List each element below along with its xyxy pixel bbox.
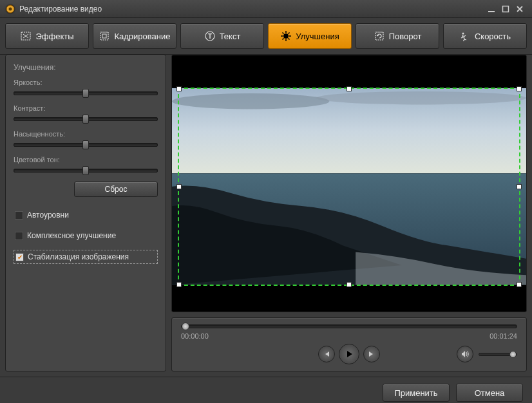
saturation-group: Насыщенность: bbox=[14, 130, 158, 147]
tab-label: Кадрирование bbox=[114, 32, 170, 41]
app-icon bbox=[5, 4, 15, 14]
slider-thumb[interactable] bbox=[82, 115, 89, 124]
cancel-button[interactable]: Отмена bbox=[456, 384, 523, 402]
rotate-icon bbox=[374, 30, 385, 42]
content-area: Улучшения: Яркость: Контраст: Насыщеннос… bbox=[0, 55, 532, 377]
volume-slider[interactable] bbox=[479, 353, 517, 356]
close-button[interactable] bbox=[513, 3, 527, 15]
tab-crop[interactable]: Кадрирование bbox=[93, 23, 176, 49]
video-preview[interactable] bbox=[171, 55, 527, 312]
tab-label: Поворот bbox=[389, 32, 422, 41]
contrast-label: Контраст: bbox=[14, 104, 158, 112]
tab-rotate[interactable]: Поворот bbox=[356, 23, 439, 49]
brightness-label: Яркость: bbox=[14, 79, 158, 86]
svg-point-9 bbox=[283, 33, 289, 39]
tab-text[interactable]: T Текст bbox=[180, 23, 264, 49]
stabilization-row[interactable]: ✔ Стабилизация изображения bbox=[14, 250, 158, 264]
crop-icon bbox=[99, 30, 110, 42]
auto-levels-checkbox[interactable] bbox=[15, 211, 23, 220]
tab-label: Текст bbox=[220, 32, 241, 41]
crop-handle-se[interactable] bbox=[517, 282, 522, 287]
stabilization-checkbox[interactable]: ✔ bbox=[15, 253, 24, 261]
crop-handle-w[interactable] bbox=[176, 184, 182, 189]
timeline-panel: 00:00:00 00:01:24 bbox=[171, 317, 527, 371]
svg-rect-18 bbox=[375, 32, 383, 40]
brightness-group: Яркость: bbox=[14, 79, 158, 95]
tab-label: Скорость bbox=[475, 32, 511, 41]
tab-effects[interactable]: Эффекты bbox=[5, 23, 89, 49]
slider-thumb[interactable] bbox=[82, 166, 89, 175]
complex-enhance-label: Комплексное улучшение bbox=[27, 231, 116, 240]
crop-handle-nw[interactable] bbox=[176, 86, 182, 91]
contrast-slider[interactable] bbox=[14, 117, 158, 121]
svg-rect-6 bbox=[102, 34, 106, 38]
contrast-group: Контраст: bbox=[14, 104, 158, 121]
svg-rect-2 bbox=[488, 11, 495, 12]
svg-line-14 bbox=[283, 33, 284, 34]
crop-handle-n[interactable] bbox=[347, 86, 352, 91]
text-icon: T bbox=[204, 30, 216, 42]
footer: Применить Отмена bbox=[0, 377, 532, 403]
complex-enhance-checkbox[interactable] bbox=[15, 232, 23, 240]
slider-thumb[interactable] bbox=[82, 140, 89, 149]
titlebar: Редактирование видео bbox=[0, 0, 532, 18]
stabilization-label: Стабилизация изображения bbox=[28, 252, 129, 261]
window-title: Редактирование видео bbox=[19, 5, 484, 14]
crop-handle-e[interactable] bbox=[517, 184, 522, 189]
prev-frame-button[interactable] bbox=[318, 346, 335, 362]
tab-speed[interactable]: Скорость bbox=[443, 23, 527, 49]
complex-enhance-row[interactable]: Комплексное улучшение bbox=[14, 229, 158, 242]
reset-button[interactable]: Сброс bbox=[74, 182, 158, 197]
minimize-button[interactable] bbox=[484, 3, 499, 15]
effects-icon bbox=[20, 30, 32, 42]
speed-icon bbox=[459, 30, 471, 42]
scrub-thumb[interactable] bbox=[182, 323, 189, 330]
slider-thumb[interactable] bbox=[82, 89, 89, 98]
saturation-slider[interactable] bbox=[14, 143, 158, 147]
enhance-icon bbox=[280, 30, 292, 42]
saturation-label: Насыщенность: bbox=[14, 130, 158, 138]
hue-slider[interactable] bbox=[14, 169, 158, 173]
auto-levels-label: Автоуровни bbox=[27, 211, 69, 220]
auto-levels-row[interactable]: Автоуровни bbox=[14, 209, 158, 221]
volume-thumb[interactable] bbox=[509, 351, 517, 358]
play-button[interactable] bbox=[339, 344, 359, 364]
svg-point-19 bbox=[462, 33, 464, 35]
brightness-slider[interactable] bbox=[14, 91, 158, 95]
svg-line-16 bbox=[283, 39, 284, 40]
svg-text:T: T bbox=[208, 33, 212, 40]
maximize-button[interactable] bbox=[499, 3, 513, 15]
crop-handle-s[interactable] bbox=[347, 282, 352, 287]
crop-handle-ne[interactable] bbox=[517, 86, 522, 91]
tab-label: Эффекты bbox=[35, 32, 73, 41]
preview-area: 00:00:00 00:01:24 bbox=[171, 55, 527, 371]
svg-rect-3 bbox=[503, 6, 509, 12]
svg-line-17 bbox=[289, 33, 290, 34]
svg-point-1 bbox=[9, 7, 12, 10]
next-frame-button[interactable] bbox=[363, 346, 380, 362]
volume-button[interactable] bbox=[457, 346, 473, 362]
tab-enhance[interactable]: Улучшения bbox=[268, 23, 352, 49]
enhance-panel: Улучшения: Яркость: Контраст: Насыщеннос… bbox=[5, 55, 166, 371]
hue-label: Цветовой тон: bbox=[14, 156, 158, 164]
panel-title: Улучшения: bbox=[14, 63, 158, 72]
hue-group: Цветовой тон: bbox=[14, 156, 158, 173]
apply-button[interactable]: Применить bbox=[383, 384, 450, 402]
scrub-slider[interactable] bbox=[181, 324, 517, 328]
crop-handle-sw[interactable] bbox=[176, 282, 182, 287]
svg-rect-5 bbox=[100, 32, 108, 40]
time-total: 00:01:24 bbox=[489, 332, 517, 340]
tab-label: Улучшения bbox=[296, 32, 339, 41]
svg-line-15 bbox=[289, 39, 290, 40]
crop-frame[interactable] bbox=[178, 88, 520, 286]
time-current: 00:00:00 bbox=[181, 332, 209, 340]
tab-bar: Эффекты Кадрирование T Текст Улучшения П… bbox=[0, 18, 532, 55]
